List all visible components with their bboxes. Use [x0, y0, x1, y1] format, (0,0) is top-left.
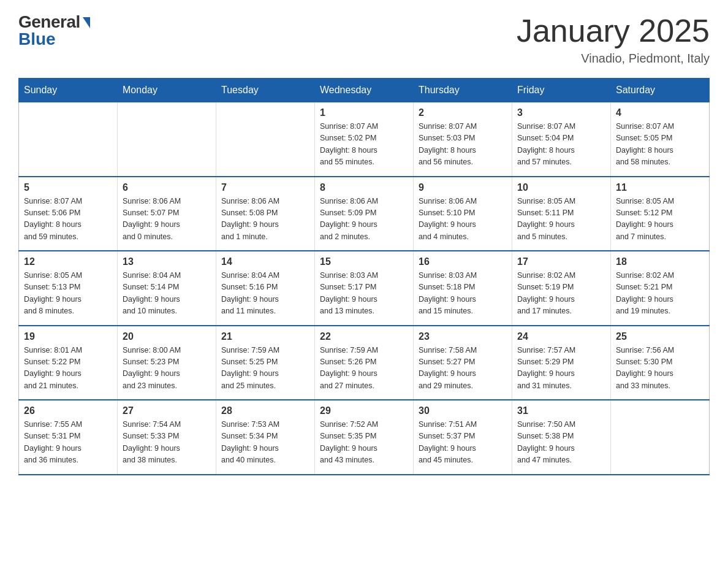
day-number: 11 — [616, 182, 704, 193]
calendar-cell: 2Sunrise: 8:07 AMSunset: 5:03 PMDaylight… — [414, 102, 512, 177]
day-number: 5 — [24, 182, 112, 193]
day-info: Sunrise: 8:06 AMSunset: 5:10 PMDaylight:… — [419, 196, 507, 243]
calendar-cell — [118, 102, 216, 177]
calendar-cell: 21Sunrise: 7:59 AMSunset: 5:25 PMDayligh… — [216, 326, 315, 400]
calendar-cell: 3Sunrise: 8:07 AMSunset: 5:04 PMDaylight… — [512, 102, 611, 177]
calendar-cell — [216, 102, 315, 177]
day-info: Sunrise: 7:59 AMSunset: 5:25 PMDaylight:… — [221, 345, 309, 393]
day-info: Sunrise: 7:58 AMSunset: 5:27 PMDaylight:… — [419, 345, 507, 393]
day-info: Sunrise: 7:51 AMSunset: 5:37 PMDaylight:… — [419, 419, 507, 467]
calendar-cell: 14Sunrise: 8:04 AMSunset: 5:16 PMDayligh… — [216, 251, 315, 326]
day-number: 27 — [123, 405, 211, 416]
day-info: Sunrise: 8:07 AMSunset: 5:02 PMDaylight:… — [320, 121, 408, 169]
calendar-cell: 28Sunrise: 7:53 AMSunset: 5:34 PMDayligh… — [216, 400, 315, 475]
day-info: Sunrise: 7:55 AMSunset: 5:31 PMDaylight:… — [24, 419, 112, 467]
location-label: Vinadio, Piedmont, Italy — [517, 52, 710, 66]
day-info: Sunrise: 8:01 AMSunset: 5:22 PMDaylight:… — [24, 345, 112, 393]
logo: General Blue — [18, 12, 90, 49]
day-number: 30 — [419, 405, 507, 416]
calendar-cell: 20Sunrise: 8:00 AMSunset: 5:23 PMDayligh… — [118, 326, 216, 400]
day-number: 18 — [616, 256, 704, 267]
day-info: Sunrise: 7:54 AMSunset: 5:33 PMDaylight:… — [123, 419, 211, 467]
calendar-cell: 1Sunrise: 8:07 AMSunset: 5:02 PMDaylight… — [315, 102, 414, 177]
day-number: 19 — [24, 331, 112, 342]
col-saturday: Saturday — [611, 79, 710, 102]
day-info: Sunrise: 7:57 AMSunset: 5:29 PMDaylight:… — [517, 345, 605, 393]
calendar-cell: 29Sunrise: 7:52 AMSunset: 5:35 PMDayligh… — [315, 400, 414, 475]
day-info: Sunrise: 8:07 AMSunset: 5:05 PMDaylight:… — [616, 121, 704, 169]
day-info: Sunrise: 8:05 AMSunset: 5:13 PMDaylight:… — [24, 270, 112, 318]
logo-triangle-icon — [83, 17, 90, 28]
calendar-table: Sunday Monday Tuesday Wednesday Thursday… — [18, 78, 710, 475]
day-number: 22 — [320, 331, 408, 342]
calendar-cell: 31Sunrise: 7:50 AMSunset: 5:38 PMDayligh… — [512, 400, 611, 475]
calendar-cell: 8Sunrise: 8:06 AMSunset: 5:09 PMDaylight… — [315, 177, 414, 251]
calendar-cell: 22Sunrise: 7:59 AMSunset: 5:26 PMDayligh… — [315, 326, 414, 400]
day-info: Sunrise: 7:50 AMSunset: 5:38 PMDaylight:… — [517, 419, 605, 467]
day-number: 20 — [123, 331, 211, 342]
calendar-cell: 13Sunrise: 8:04 AMSunset: 5:14 PMDayligh… — [118, 251, 216, 326]
day-info: Sunrise: 8:04 AMSunset: 5:14 PMDaylight:… — [123, 270, 211, 318]
day-number: 2 — [419, 107, 507, 118]
calendar-cell: 7Sunrise: 8:06 AMSunset: 5:08 PMDaylight… — [216, 177, 315, 251]
day-info: Sunrise: 8:05 AMSunset: 5:11 PMDaylight:… — [517, 196, 605, 243]
calendar-week-row: 1Sunrise: 8:07 AMSunset: 5:02 PMDaylight… — [19, 102, 710, 177]
day-info: Sunrise: 8:02 AMSunset: 5:19 PMDaylight:… — [517, 270, 605, 318]
calendar-cell: 30Sunrise: 7:51 AMSunset: 5:37 PMDayligh… — [414, 400, 512, 475]
day-info: Sunrise: 7:53 AMSunset: 5:34 PMDaylight:… — [221, 419, 309, 467]
day-number: 17 — [517, 256, 605, 267]
day-info: Sunrise: 8:07 AMSunset: 5:03 PMDaylight:… — [419, 121, 507, 169]
calendar-cell: 11Sunrise: 8:05 AMSunset: 5:12 PMDayligh… — [611, 177, 710, 251]
col-wednesday: Wednesday — [315, 79, 414, 102]
calendar-body: 1Sunrise: 8:07 AMSunset: 5:02 PMDaylight… — [19, 102, 710, 475]
days-of-week-row: Sunday Monday Tuesday Wednesday Thursday… — [19, 79, 710, 102]
calendar-cell: 9Sunrise: 8:06 AMSunset: 5:10 PMDaylight… — [414, 177, 512, 251]
col-monday: Monday — [118, 79, 216, 102]
day-info: Sunrise: 8:06 AMSunset: 5:07 PMDaylight:… — [123, 196, 211, 243]
day-info: Sunrise: 8:03 AMSunset: 5:18 PMDaylight:… — [419, 270, 507, 318]
calendar-cell — [19, 102, 118, 177]
day-number: 21 — [221, 331, 309, 342]
day-number: 16 — [419, 256, 507, 267]
day-number: 12 — [24, 256, 112, 267]
day-info: Sunrise: 8:00 AMSunset: 5:23 PMDaylight:… — [123, 345, 211, 393]
calendar-cell: 23Sunrise: 7:58 AMSunset: 5:27 PMDayligh… — [414, 326, 512, 400]
calendar-cell: 26Sunrise: 7:55 AMSunset: 5:31 PMDayligh… — [19, 400, 118, 475]
logo-blue-label: Blue — [18, 29, 56, 49]
col-thursday: Thursday — [414, 79, 512, 102]
calendar-cell: 27Sunrise: 7:54 AMSunset: 5:33 PMDayligh… — [118, 400, 216, 475]
day-info: Sunrise: 8:06 AMSunset: 5:09 PMDaylight:… — [320, 196, 408, 243]
calendar-cell: 19Sunrise: 8:01 AMSunset: 5:22 PMDayligh… — [19, 326, 118, 400]
calendar-cell: 4Sunrise: 8:07 AMSunset: 5:05 PMDaylight… — [611, 102, 710, 177]
calendar-cell: 16Sunrise: 8:03 AMSunset: 5:18 PMDayligh… — [414, 251, 512, 326]
page-header: General Blue January 2025 Vinadio, Piedm… — [18, 12, 710, 66]
day-number: 4 — [616, 107, 704, 118]
col-sunday: Sunday — [19, 79, 118, 102]
day-info: Sunrise: 8:06 AMSunset: 5:08 PMDaylight:… — [221, 196, 309, 243]
calendar-week-row: 5Sunrise: 8:07 AMSunset: 5:06 PMDaylight… — [19, 177, 710, 251]
col-friday: Friday — [512, 79, 611, 102]
day-number: 9 — [419, 182, 507, 193]
day-info: Sunrise: 8:02 AMSunset: 5:21 PMDaylight:… — [616, 270, 704, 318]
day-info: Sunrise: 7:59 AMSunset: 5:26 PMDaylight:… — [320, 345, 408, 393]
day-number: 28 — [221, 405, 309, 416]
calendar-cell: 5Sunrise: 8:07 AMSunset: 5:06 PMDaylight… — [19, 177, 118, 251]
calendar-cell: 24Sunrise: 7:57 AMSunset: 5:29 PMDayligh… — [512, 326, 611, 400]
calendar-header: Sunday Monday Tuesday Wednesday Thursday… — [19, 79, 710, 102]
day-number: 8 — [320, 182, 408, 193]
day-info: Sunrise: 8:04 AMSunset: 5:16 PMDaylight:… — [221, 270, 309, 318]
calendar-cell: 18Sunrise: 8:02 AMSunset: 5:21 PMDayligh… — [611, 251, 710, 326]
day-info: Sunrise: 8:05 AMSunset: 5:12 PMDaylight:… — [616, 196, 704, 243]
month-title: January 2025 — [517, 12, 710, 49]
day-number: 23 — [419, 331, 507, 342]
calendar-week-row: 19Sunrise: 8:01 AMSunset: 5:22 PMDayligh… — [19, 326, 710, 400]
calendar-cell: 17Sunrise: 8:02 AMSunset: 5:19 PMDayligh… — [512, 251, 611, 326]
day-number: 1 — [320, 107, 408, 118]
calendar-cell: 6Sunrise: 8:06 AMSunset: 5:07 PMDaylight… — [118, 177, 216, 251]
calendar-week-row: 26Sunrise: 7:55 AMSunset: 5:31 PMDayligh… — [19, 400, 710, 475]
title-section: January 2025 Vinadio, Piedmont, Italy — [517, 12, 710, 66]
calendar-cell: 10Sunrise: 8:05 AMSunset: 5:11 PMDayligh… — [512, 177, 611, 251]
calendar-cell: 12Sunrise: 8:05 AMSunset: 5:13 PMDayligh… — [19, 251, 118, 326]
day-number: 13 — [123, 256, 211, 267]
day-info: Sunrise: 7:56 AMSunset: 5:30 PMDaylight:… — [616, 345, 704, 393]
